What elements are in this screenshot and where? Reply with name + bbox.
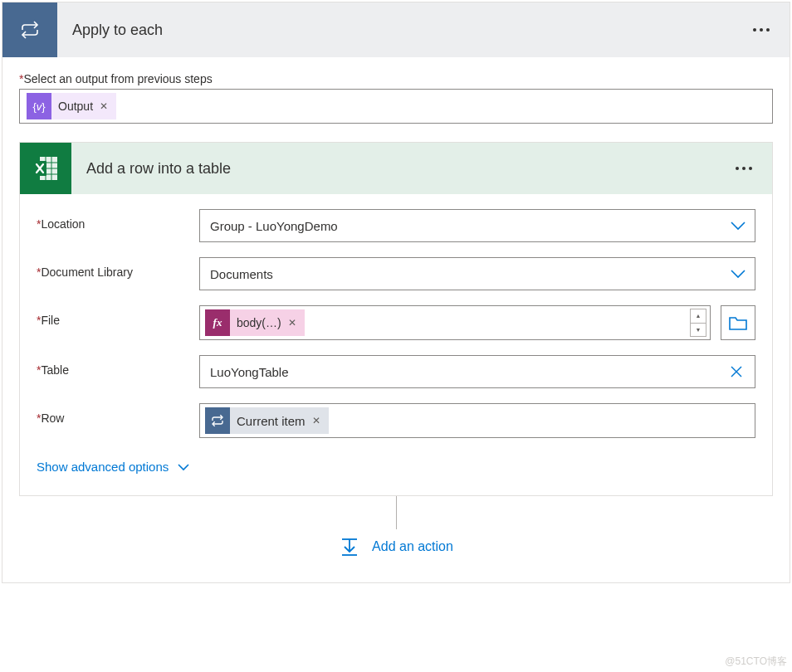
add-row-card: Add a row into a table *Location Group -… <box>19 142 773 496</box>
location-value: Group - LuoYongDemo <box>210 219 728 233</box>
apply-to-each-more-button[interactable] <box>746 22 776 38</box>
show-advanced-link[interactable]: Show advanced options <box>37 453 190 494</box>
remove-file-token-button[interactable]: ✕ <box>288 317 296 329</box>
doclib-select[interactable]: Documents <box>199 257 755 290</box>
file-expression-token[interactable]: fx body(…) ✕ <box>205 309 305 336</box>
stepper-down[interactable]: ▼ <box>691 324 706 337</box>
chevron-down-icon <box>728 264 748 284</box>
remove-row-token-button[interactable]: ✕ <box>312 415 320 426</box>
add-row-body: *Location Group - LuoYongDemo *Document … <box>20 194 772 495</box>
doclib-row: *Document Library Documents <box>37 257 755 290</box>
row-input[interactable]: Current item ✕ <box>199 403 755 438</box>
remove-token-button[interactable]: ✕ <box>100 100 108 112</box>
add-action-label: Add an action <box>372 539 453 554</box>
file-token-label: body(…) <box>237 316 288 329</box>
table-input[interactable]: LuoYongTable <box>199 355 755 388</box>
show-advanced-label: Show advanced options <box>37 460 169 474</box>
row-row: *Row <box>37 403 755 438</box>
add-row-more-button[interactable] <box>729 160 759 177</box>
select-output-input[interactable]: {v} Output ✕ <box>19 89 773 124</box>
file-label: *File <box>37 305 199 327</box>
output-token[interactable]: {v} Output ✕ <box>27 93 116 119</box>
add-row-header[interactable]: Add a row into a table <box>20 143 772 194</box>
output-token-label: Output <box>58 100 100 113</box>
apply-to-each-header[interactable]: Apply to each <box>2 2 790 57</box>
connector-line <box>396 496 397 529</box>
expression-icon: {v} <box>27 93 51 119</box>
file-stepper[interactable]: ▲ ▼ <box>690 309 706 337</box>
row-label: *Row <box>37 403 199 425</box>
browse-folder-button[interactable] <box>721 305 755 340</box>
doclib-value: Documents <box>210 267 728 281</box>
apply-to-each-card: Apply to each *Select an output from pre… <box>2 2 790 583</box>
fx-icon: fx <box>205 309 230 336</box>
table-value: LuoYongTable <box>210 365 725 379</box>
row-token-label: Current item <box>237 414 312 428</box>
file-row: *File fx body(…) ✕ <box>37 305 755 340</box>
table-label: *Table <box>37 355 199 377</box>
chevron-down-icon <box>177 463 190 471</box>
clear-table-button[interactable] <box>725 364 748 379</box>
add-action-button[interactable]: Add an action <box>19 529 773 582</box>
excel-icon <box>20 143 71 194</box>
select-output-label: *Select an output from previous steps <box>19 72 773 85</box>
location-select[interactable]: Group - LuoYongDemo <box>199 209 755 242</box>
loop-small-icon <box>205 407 230 434</box>
stepper-up[interactable]: ▲ <box>691 309 706 324</box>
current-item-token[interactable]: Current item ✕ <box>205 407 329 434</box>
add-row-title: Add a row into a table <box>71 160 729 178</box>
doclib-label: *Document Library <box>37 257 199 279</box>
chevron-down-icon <box>728 216 748 236</box>
apply-to-each-title: Apply to each <box>57 22 746 39</box>
loop-icon <box>2 2 57 57</box>
table-row: *Table LuoYongTable <box>37 355 755 388</box>
file-input[interactable]: fx body(…) ✕ ▲ ▼ <box>199 305 711 340</box>
location-row: *Location Group - LuoYongDemo <box>37 209 755 242</box>
location-label: *Location <box>37 209 199 231</box>
watermark: @51CTO博客 <box>725 655 787 669</box>
add-action-icon <box>339 536 360 558</box>
apply-to-each-body: *Select an output from previous steps {v… <box>2 57 790 582</box>
